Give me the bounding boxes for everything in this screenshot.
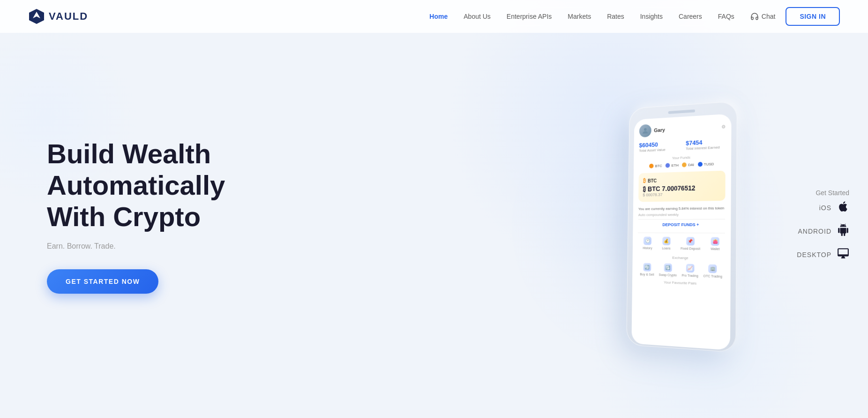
phone-header: Gary ⚙ xyxy=(639,120,726,137)
phone-stat-asset: $60450 Total Asset Value xyxy=(639,140,677,152)
phone-nav-otc[interactable]: 🏢 OTC Trading xyxy=(703,264,722,278)
buysell-icon: 🔄 xyxy=(643,263,651,271)
history-icon: 🕐 xyxy=(644,236,651,245)
coin-label-tusd: TUSD xyxy=(704,161,714,166)
get-started-title: Get Started xyxy=(797,189,849,197)
brand-name: VAULD xyxy=(49,10,88,23)
phone-mockup: Gary ⚙ $60450 Total Asset Value $7454 To… xyxy=(626,101,737,352)
hero-section: Build Wealth Automatically With Crypto E… xyxy=(0,33,868,418)
phone-screen: Gary ⚙ $60450 Total Asset Value $7454 To… xyxy=(631,114,731,350)
nav-item-about[interactable]: About Us xyxy=(457,12,497,21)
nav-link-markets[interactable]: Markets xyxy=(561,9,598,24)
apple-icon xyxy=(837,200,849,215)
phone-nav-swap[interactable]: 🔃 Swap Crypto xyxy=(659,263,677,277)
phone-nav-history[interactable]: 🕐 History xyxy=(643,236,652,250)
hero-title: Build Wealth Automatically With Crypto xyxy=(47,138,281,232)
ios-label: iOS xyxy=(819,204,831,212)
nav-link-insights[interactable]: Insights xyxy=(634,9,669,24)
nav-item-careers[interactable]: Careers xyxy=(672,12,709,21)
coin-label-dai: DAI xyxy=(688,162,694,167)
cta-button[interactable]: GET STARTED NOW xyxy=(47,269,158,294)
phone-exchange-row: 🔄 Buy & Sell 🔃 Swap Crypto 📈 Pro Trading… xyxy=(637,261,725,280)
swap-icon: 🔃 xyxy=(664,263,672,272)
phone-mockup-container: Gary ⚙ $60450 Total Asset Value $7454 To… xyxy=(626,101,737,352)
nav-item-markets[interactable]: Markets xyxy=(561,12,598,21)
android-icon xyxy=(837,224,849,239)
headphone-icon xyxy=(750,12,759,21)
phone-nav-loans-label: Loans xyxy=(662,246,670,250)
phone-nav-protrading[interactable]: 📈 Pro Trading xyxy=(681,264,698,277)
phone-asset-symbol: BTC xyxy=(648,178,657,183)
phone-notch xyxy=(668,109,696,114)
signin-button[interactable]: SIGN IN xyxy=(786,7,840,26)
hero-subtitle: Earn. Borrow. Trade. xyxy=(47,242,281,251)
get-started-sidebar: Get Started iOS ANDROID DESKTOP xyxy=(797,189,849,262)
hero-content: Build Wealth Automatically With Crypto E… xyxy=(47,138,281,293)
coin-tab-dai[interactable]: DAI xyxy=(682,162,694,167)
phone-nav-buysell-label: Buy & Sell xyxy=(640,273,654,276)
phone-nav-buysell[interactable]: 🔄 Buy & Sell xyxy=(640,263,654,276)
phone-asset-name: ₿ BTC xyxy=(643,175,721,184)
logo-icon xyxy=(28,8,45,25)
nav-link-apis[interactable]: Enterprise APIs xyxy=(500,9,559,24)
phone-earning-text: You are currently earning 5.84% interest… xyxy=(638,205,725,212)
phone-nav-protrading-label: Pro Trading xyxy=(681,274,698,277)
phone-asset-card: ₿ BTC ₿ BTC 7.00076512 $ 00078.37 xyxy=(638,170,726,202)
coin-dot-eth xyxy=(666,163,670,167)
phone-earning-subtext: Auto compounded weekly xyxy=(638,212,726,217)
platform-desktop[interactable]: DESKTOP xyxy=(797,247,849,262)
wallet-icon: 👛 xyxy=(711,237,719,246)
get-started-group: Get Started iOS ANDROID DESKTOP xyxy=(797,189,849,262)
phone-nav-fixed-label: Fixed Deposit xyxy=(681,247,700,251)
phone-deposit-button[interactable]: DEPOSIT FUNDS + xyxy=(638,219,725,230)
phone-nav-history-label: History xyxy=(643,246,652,250)
protrading-icon: 📈 xyxy=(686,264,694,273)
phone-stats: $60450 Total Asset Value $7454 Total Int… xyxy=(639,137,726,152)
desktop-icon xyxy=(837,247,849,262)
phone-nav-otc-label: OTC Trading xyxy=(703,274,722,278)
platform-ios[interactable]: iOS xyxy=(797,200,849,215)
nav-item-rates[interactable]: Rates xyxy=(600,12,631,21)
coin-tab-btc[interactable]: BTC xyxy=(650,163,662,168)
svg-point-2 xyxy=(644,128,647,130)
phone-avatar xyxy=(639,124,651,137)
phone-nav-wallet-label: Wallet xyxy=(711,247,719,251)
phone-coin-tabs: BTC ETH DAI TUSD xyxy=(639,161,726,168)
nav-item-insights[interactable]: Insights xyxy=(634,12,669,21)
phone-nav-wallet[interactable]: 👛 Wallet xyxy=(711,237,720,251)
chat-label: Chat xyxy=(762,13,776,20)
desktop-label: DESKTOP xyxy=(797,251,831,258)
android-label: ANDROID xyxy=(798,228,831,235)
nav-link-faqs[interactable]: FAQs xyxy=(711,9,741,24)
loans-icon: 💰 xyxy=(662,237,670,245)
nav-link-home[interactable]: Home xyxy=(423,9,454,24)
platform-android[interactable]: ANDROID xyxy=(797,224,849,239)
phone-nav-loans[interactable]: 💰 Loans xyxy=(662,237,670,250)
coin-tab-eth[interactable]: ETH xyxy=(666,162,679,167)
hero-title-line2: With Crypto xyxy=(47,201,201,232)
coin-label-btc: BTC xyxy=(655,163,662,167)
coin-dot-dai xyxy=(682,162,687,167)
phone-settings-icon: ⚙ xyxy=(721,123,726,129)
chat-link[interactable]: Chat xyxy=(744,8,782,24)
phone-nav-fixed[interactable]: 📌 Fixed Deposit xyxy=(681,237,700,251)
nav-item-faqs[interactable]: FAQs xyxy=(711,12,741,21)
phone-funds-label: Your Funds xyxy=(639,154,726,161)
nav-link-rates[interactable]: Rates xyxy=(600,9,631,24)
hero-title-line1: Build Wealth Automatically xyxy=(47,138,225,200)
nav-links: Home About Us Enterprise APIs Markets Ra… xyxy=(423,8,782,24)
phone-user-name: Gary xyxy=(654,123,721,133)
coin-dot-btc xyxy=(650,163,654,168)
fixed-deposit-icon: 📌 xyxy=(686,237,695,245)
coin-tab-tusd[interactable]: TUSD xyxy=(698,161,714,167)
navbar: VAULD Home About Us Enterprise APIs Mark… xyxy=(0,0,868,33)
nav-item-chat[interactable]: Chat xyxy=(744,8,782,24)
logo-link[interactable]: VAULD xyxy=(28,8,88,25)
otc-icon: 🏢 xyxy=(709,264,717,273)
nav-item-home[interactable]: Home xyxy=(423,12,454,21)
nav-link-careers[interactable]: Careers xyxy=(672,9,709,24)
phone-stat-interest: $7454 Total Interest Earned xyxy=(686,137,726,151)
phone-nav-swap-label: Swap Crypto xyxy=(659,273,677,277)
nav-item-apis[interactable]: Enterprise APIs xyxy=(500,12,559,21)
nav-link-about[interactable]: About Us xyxy=(457,9,497,24)
